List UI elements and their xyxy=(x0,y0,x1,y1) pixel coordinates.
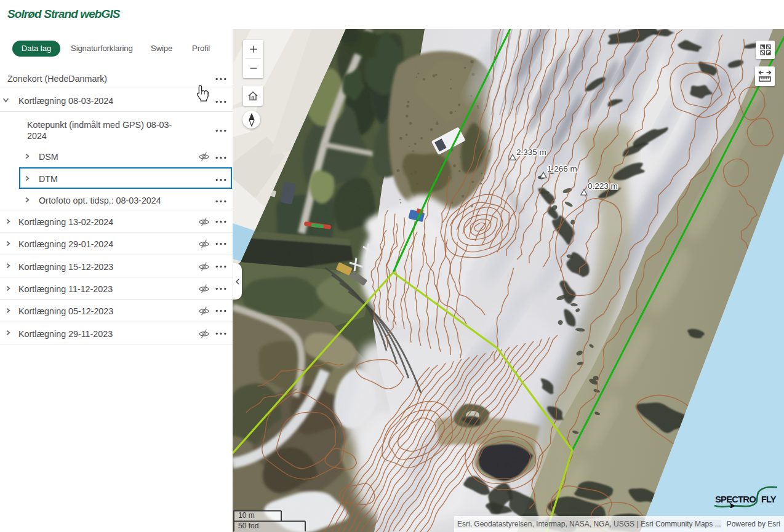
svg-text:2.335 m: 2.335 m xyxy=(516,148,546,157)
svg-text:1.266 m: 1.266 m xyxy=(547,164,577,173)
svg-text:SPECTRO: SPECTRO xyxy=(715,495,756,504)
svg-text:FLY: FLY xyxy=(761,494,777,504)
svg-text:0.223 m: 0.223 m xyxy=(588,181,618,191)
